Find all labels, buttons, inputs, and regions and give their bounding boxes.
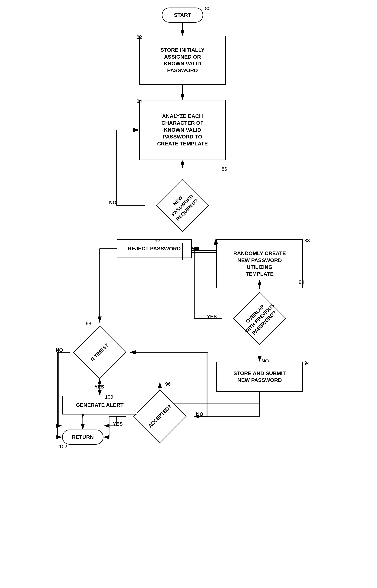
store-initial-label: STORE INITIALLY ASSIGNED OR KNOWN VALID … bbox=[160, 47, 205, 74]
reject-label: REJECT PASSWORD bbox=[128, 245, 181, 252]
ref-80: 80 bbox=[205, 6, 211, 12]
start-node: START bbox=[162, 8, 203, 23]
ref-86: 86 bbox=[222, 166, 227, 172]
ref-94: 94 bbox=[304, 360, 310, 366]
reject-node: REJECT PASSWORD bbox=[117, 239, 192, 258]
ref-84: 84 bbox=[137, 98, 142, 104]
generate-alert-node: GENERATE ALERT bbox=[62, 396, 137, 414]
ref-90: 90 bbox=[299, 279, 304, 285]
ref-98: 98 bbox=[86, 321, 91, 326]
arrows-svg bbox=[0, 0, 377, 588]
new-pw-required-text-container: NEWPASSWORDREQUIRED? bbox=[145, 168, 220, 243]
ref-102: 102 bbox=[59, 444, 67, 450]
ref-88: 88 bbox=[304, 238, 310, 244]
n-times-label: N TIMES? bbox=[89, 342, 110, 363]
randomly-create-label: RANDOMLY CREATE NEW PASSWORD UTILIZING T… bbox=[233, 250, 286, 277]
analyze-node: ANALYZE EACH CHARACTER OF KNOWN VALID PA… bbox=[139, 100, 226, 160]
overlap-label: OVERLAPWITH PREVIOUSPASSWORD? bbox=[239, 298, 280, 339]
overlap-text-container: OVERLAPWITH PREVIOUSPASSWORD? bbox=[222, 281, 297, 356]
n-times-container: N TIMES? bbox=[70, 322, 130, 382]
label-yes-98: YES bbox=[94, 384, 104, 390]
ref-96: 96 bbox=[165, 381, 171, 387]
ref-82: 82 bbox=[137, 34, 142, 40]
ref-100: 100 bbox=[105, 394, 113, 400]
store-submit-node: STORE AND SUBMIT NEW PASSWORD bbox=[216, 362, 303, 392]
main-arrows-svg bbox=[0, 0, 377, 588]
label-yes-90: YES bbox=[207, 314, 217, 320]
new-pw-required-container: NEWPASSWORDREQUIRED? bbox=[145, 168, 220, 243]
flowchart: START 80 STORE INITIALLY ASSIGNED OR KNO… bbox=[0, 0, 377, 588]
label-no-98: NO bbox=[56, 347, 63, 353]
store-initial-node: STORE INITIALLY ASSIGNED OR KNOWN VALID … bbox=[139, 36, 226, 85]
store-submit-label: STORE AND SUBMIT NEW PASSWORD bbox=[234, 370, 286, 384]
accepted-text-container: ACCEPTED? bbox=[126, 382, 194, 450]
label-yes-96: YES bbox=[113, 421, 123, 427]
label-no-86: NO bbox=[109, 200, 117, 206]
label-no-96: NO bbox=[196, 411, 203, 417]
overlap-container: OVERLAPWITH PREVIOUSPASSWORD? bbox=[222, 281, 297, 356]
accepted-label: ACCEPTED? bbox=[147, 403, 173, 429]
analyze-label: ANALYZE EACH CHARACTER OF KNOWN VALID PA… bbox=[157, 113, 208, 147]
accepted-container: ACCEPTED? bbox=[126, 382, 194, 450]
start-label: START bbox=[174, 12, 191, 18]
ref-92: 92 bbox=[155, 238, 160, 244]
new-pw-required-label: NEWPASSWORDREQUIRED? bbox=[165, 188, 200, 222]
generate-alert-label: GENERATE ALERT bbox=[76, 402, 124, 408]
return-label: RETURN bbox=[72, 434, 94, 440]
return-node: RETURN bbox=[62, 430, 104, 445]
n-times-text-container: N TIMES? bbox=[70, 322, 130, 382]
